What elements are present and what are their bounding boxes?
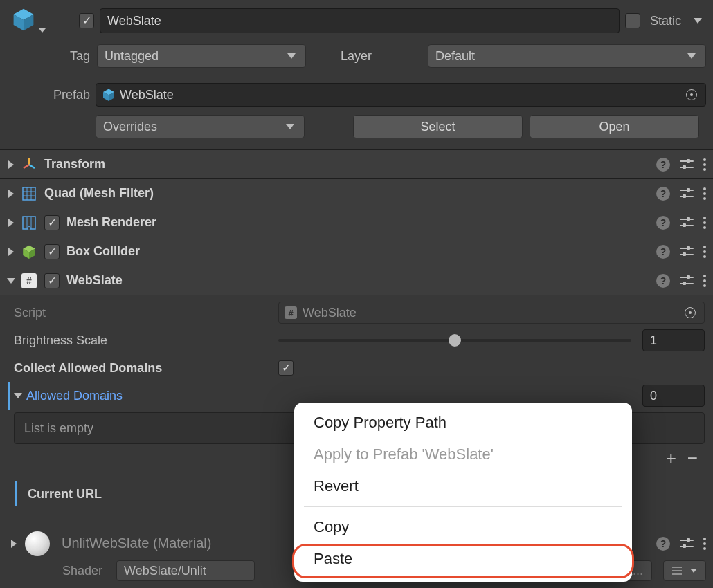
- component-menu-icon[interactable]: [703, 187, 706, 200]
- foldout-icon[interactable]: [8, 219, 14, 227]
- component-menu-icon[interactable]: [703, 275, 706, 287]
- help-icon[interactable]: ?: [656, 537, 670, 551]
- foldout-open-icon[interactable]: [14, 393, 22, 398]
- static-checkbox[interactable]: [625, 13, 640, 28]
- slider-thumb[interactable]: [449, 334, 461, 347]
- component-header-meshrenderer[interactable]: ✓ Mesh Renderer ?: [0, 208, 713, 237]
- collect-domains-label: Collect Allowed Domains: [8, 361, 271, 376]
- help-icon[interactable]: ?: [656, 187, 670, 201]
- svg-rect-9: [23, 187, 35, 200]
- allowed-domains-label[interactable]: Allowed Domains: [8, 389, 271, 403]
- component-menu-icon[interactable]: [703, 538, 706, 550]
- menu-copy[interactable]: Copy: [294, 511, 632, 543]
- prefab-cube-icon: [102, 88, 116, 102]
- menu-copy-property-path[interactable]: Copy Property Path: [294, 407, 632, 439]
- foldout-icon[interactable]: [8, 160, 14, 169]
- chevron-down-icon: [690, 569, 697, 573]
- meshfilter-icon: [21, 185, 37, 202]
- meshrenderer-enabled-checkbox[interactable]: ✓: [44, 215, 60, 230]
- material-extras-button[interactable]: [663, 560, 706, 581]
- foldout-open-icon[interactable]: [7, 278, 15, 284]
- component-title: Mesh Renderer: [66, 215, 649, 230]
- prop-brightness: Brightness Scale 1: [8, 327, 705, 354]
- prefab-asset-name: WebSlate: [120, 88, 174, 102]
- prop-script: Script # WebSlate: [8, 299, 705, 327]
- meshrenderer-icon: [21, 214, 37, 231]
- menu-separator: [304, 506, 622, 507]
- static-label: Static: [650, 14, 681, 28]
- gameobject-icon-caret[interactable]: [39, 28, 46, 33]
- webslate-enabled-checkbox[interactable]: ✓: [44, 273, 60, 288]
- component-header-transform[interactable]: Transform ?: [0, 149, 713, 178]
- gameobject-enabled-checkbox[interactable]: ✓: [79, 13, 94, 28]
- tag-dropdown[interactable]: Untagged: [97, 44, 306, 68]
- layer-value: Default: [435, 49, 475, 64]
- tag-label: Tag: [7, 49, 90, 64]
- svg-line-8: [24, 165, 29, 168]
- brightness-slider[interactable]: [278, 339, 631, 342]
- list-empty-text: List is empty: [24, 421, 93, 436]
- component-header-meshfilter[interactable]: Quad (Mesh Filter) ?: [0, 178, 713, 208]
- list-add-button[interactable]: +: [666, 448, 676, 469]
- foldout-icon[interactable]: [8, 190, 14, 198]
- chevron-down-icon: [287, 53, 296, 59]
- script-label: Script: [8, 306, 271, 320]
- gameobject-name-input[interactable]: WebSlate: [100, 8, 620, 33]
- boxcollider-enabled-checkbox[interactable]: ✓: [44, 244, 60, 259]
- component-title: WebSlate: [66, 273, 649, 288]
- brightness-value-input[interactable]: 1: [642, 329, 705, 351]
- foldout-icon[interactable]: [8, 248, 14, 256]
- menu-paste[interactable]: Paste: [294, 543, 632, 575]
- component-title: Box Collider: [66, 244, 649, 259]
- prefab-select-button[interactable]: Select: [353, 115, 523, 138]
- component-menu-icon[interactable]: [703, 246, 706, 258]
- object-picker-icon[interactable]: [683, 86, 700, 103]
- help-icon[interactable]: ?: [656, 245, 670, 259]
- collect-domains-checkbox[interactable]: ✓: [278, 360, 294, 376]
- gameobject-cube-icon[interactable]: [11, 7, 39, 35]
- chevron-down-icon: [687, 53, 696, 59]
- shader-dropdown[interactable]: WebSlate/Unlit: [116, 560, 255, 581]
- component-title: Transform: [44, 157, 649, 172]
- allowed-domains-count[interactable]: 0: [642, 385, 705, 407]
- script-icon: #: [21, 273, 37, 289]
- preset-icon[interactable]: [680, 538, 694, 550]
- script-object-field[interactable]: # WebSlate: [278, 302, 705, 324]
- layer-dropdown[interactable]: Default: [428, 44, 706, 68]
- component-header-webslate[interactable]: # ✓ WebSlate ?: [0, 266, 713, 295]
- overrides-dropdown[interactable]: Overrides: [96, 115, 305, 138]
- prefab-override-bar: [15, 481, 17, 506]
- prefab-label: Prefab: [28, 88, 90, 102]
- chevron-down-icon: [286, 124, 294, 129]
- help-icon[interactable]: ?: [656, 158, 670, 172]
- prefab-override-bar: [8, 382, 10, 410]
- component-menu-icon[interactable]: [703, 158, 706, 171]
- context-menu: Copy Property Path Apply to Prefab 'WebS…: [294, 403, 632, 582]
- component-header-boxcollider[interactable]: ✓ Box Collider ?: [0, 237, 713, 266]
- boxcollider-icon: [21, 244, 37, 260]
- svg-point-17: [28, 226, 31, 230]
- material-preview-icon: [25, 531, 50, 556]
- tag-value: Untagged: [105, 49, 159, 64]
- preset-icon[interactable]: [680, 246, 694, 258]
- script-hash-icon: #: [285, 306, 297, 319]
- help-icon[interactable]: ?: [656, 274, 670, 288]
- preset-icon[interactable]: [680, 158, 694, 171]
- shader-value: WebSlate/Unlit: [124, 564, 206, 578]
- preset-icon[interactable]: [680, 187, 694, 200]
- preset-icon[interactable]: [680, 275, 694, 287]
- foldout-icon[interactable]: [11, 540, 17, 548]
- overrides-label: Overrides: [103, 120, 157, 134]
- help-icon[interactable]: ?: [656, 216, 670, 230]
- prop-collect-domains: Collect Allowed Domains ✓: [8, 354, 705, 382]
- preset-icon[interactable]: [680, 217, 694, 229]
- object-picker-icon[interactable]: [682, 304, 698, 321]
- shader-label: Shader: [62, 564, 102, 578]
- prefab-open-button[interactable]: Open: [530, 115, 699, 138]
- static-dropdown-caret[interactable]: [694, 18, 702, 24]
- brightness-label: Brightness Scale: [8, 333, 271, 348]
- prefab-asset-field[interactable]: WebSlate: [96, 83, 706, 107]
- menu-revert[interactable]: Revert: [294, 470, 632, 502]
- list-remove-button[interactable]: −: [687, 448, 698, 469]
- component-menu-icon[interactable]: [703, 217, 706, 229]
